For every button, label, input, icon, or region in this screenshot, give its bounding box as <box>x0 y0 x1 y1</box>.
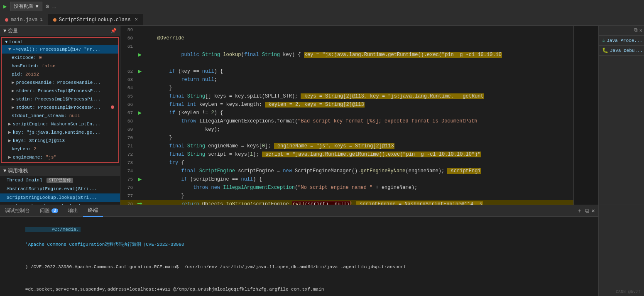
var-pid[interactable]: pid: 26152 <box>2 70 118 78</box>
debug-icon: 🐛 <box>602 47 608 54</box>
tab-script-lookup[interactable]: ScriptStringLookup.class × <box>48 14 143 25</box>
var-eval[interactable]: ▼->eval(): ProcessImpl@147 "Pr... <box>2 45 118 54</box>
line-content: if (key == null) { <box>144 67 573 76</box>
line-content: final String[] keys = key.split(SPLIT_ST… <box>144 92 573 100</box>
code-line-65: 65 final String[] keys = key.split(SPLIT… <box>120 92 573 100</box>
expand-icon: ▶ <box>8 138 11 143</box>
line-num: 73 <box>120 159 136 167</box>
java-debug-item[interactable]: 🐛 Java Debu... <box>599 46 644 56</box>
stack-thread-main[interactable]: Thread [main] STEP已暂停 <box>0 176 120 185</box>
line-arrow <box>136 159 144 167</box>
code-line-75: 75 ▶ if (scriptEngine == null) { <box>120 175 573 183</box>
more-icon[interactable]: … <box>52 3 56 10</box>
var-stdout[interactable]: ▶stdout: ProcessImpl$ProcessP... <box>2 103 118 112</box>
close-panel-icon[interactable]: ✕ <box>639 27 642 34</box>
run-icon[interactable]: ▶ <box>3 3 7 10</box>
var-hasexited[interactable]: hasExited: false <box>2 62 118 70</box>
output-label: 输出 <box>68 207 78 214</box>
line-content: final String script = keys[1]; script = … <box>144 150 573 159</box>
split-icon[interactable]: ⧉ <box>634 27 638 34</box>
pin-icon[interactable]: 📌 <box>110 28 117 34</box>
line-arrow <box>136 100 144 109</box>
var-keylen[interactable]: keyLen: 2 <box>2 145 118 153</box>
add-terminal-icon[interactable]: ＋ <box>577 207 583 215</box>
line-arrow: ▶ <box>136 42 144 67</box>
close-terminal-icon[interactable]: ✕ <box>592 207 595 214</box>
code-panel: 59 60 @Override 61 ▶ public String looku… <box>120 26 573 205</box>
line-num: 66 <box>120 100 136 109</box>
tab-close-icon[interactable]: × <box>135 17 138 23</box>
java-process-item[interactable]: ☕ Java Proce... <box>599 36 644 46</box>
minimap-canvas <box>574 26 598 205</box>
stack-title: 调用堆栈 <box>8 167 28 174</box>
var-enginename[interactable]: ▶engineName: "js" <box>2 153 118 161</box>
var-stdout-inner[interactable]: stdout_inner_stream: null <box>2 112 118 120</box>
minimap <box>573 26 598 205</box>
var-scriptengine[interactable]: ▶scriptEngine: NashornScriptEn... <box>2 120 118 128</box>
config-dropdown[interactable]: 没有配置 ▼ <box>10 2 42 11</box>
problems-label: 问题 <box>40 207 50 214</box>
bottom-right-panel: CSDN @bvzf <box>598 205 644 296</box>
code-line-78: 78 ⮕ return Objects.toString(scriptEngin… <box>120 200 573 205</box>
line-num: 62 <box>120 67 136 76</box>
line-content: final ScriptEngine scriptEngine = new Sc… <box>144 167 573 175</box>
code-line-76: 76 throw new IllegalArgumentException("N… <box>120 183 573 192</box>
tab-main-java[interactable]: main.java 1 <box>0 14 48 25</box>
var-keys[interactable]: ▶keys: String[2]@113 <box>2 137 118 145</box>
expand-icon: ▶ <box>8 130 11 135</box>
settings-icon[interactable]: ⚙ <box>46 3 49 10</box>
var-exitcode[interactable]: exitcode: 0 <box>2 54 118 62</box>
code-area[interactable]: 59 60 @Override 61 ▶ public String looku… <box>120 26 573 205</box>
terminal-area[interactable]: PC:/media. 'Apache Commons Configuration… <box>0 217 598 296</box>
tab-bar: main.java 1 ScriptStringLookup.class × <box>0 13 644 26</box>
line-content: } <box>144 84 573 92</box>
line-content: final String engineName = keys[0]; engin… <box>144 142 573 150</box>
split-terminal-icon[interactable]: ⧉ <box>585 208 589 214</box>
code-line-63: 63 return null; <box>120 76 573 84</box>
code-line-60: 60 @Override <box>120 34 573 42</box>
code-line-70: 70 } <box>120 134 573 142</box>
tab-dot-orange <box>53 18 56 22</box>
variables-tree: ▼ Local ▼->eval(): ProcessImpl@147 "Pr..… <box>1 37 119 163</box>
terminal-cmd-3: =dt_socket,server=n,suspend=y,address=lo… <box>25 287 324 292</box>
terminal-label: 终端 <box>88 207 98 214</box>
line-arrow: ▶ <box>136 109 144 117</box>
line-num: 71 <box>120 142 136 150</box>
bottom-tab-output[interactable]: 输出 <box>63 205 83 217</box>
bottom-tab-problems[interactable]: 问题 3 <box>35 205 63 217</box>
line-arrow <box>136 34 144 42</box>
line-arrow <box>136 142 144 150</box>
breakpoint-dot <box>111 105 114 109</box>
var-stdin[interactable]: ▶stdin: ProcessImpl$ProcessPi... <box>2 95 118 103</box>
line-arrow <box>136 183 144 192</box>
line-arrow <box>136 150 144 159</box>
line-num: 70 <box>120 134 136 142</box>
left-panel: ▼ 变量 📌 ▼ Local ▼->eval(): ProcessImpl@14… <box>0 26 120 205</box>
bottom-section: 调试控制台 问题 3 输出 终端 ＋ ⧉ ✕ PC:/media. <box>0 205 644 296</box>
code-line-62: 62 ▶ if (key == null) { <box>120 67 573 76</box>
bottom-tab-debug-console[interactable]: 调试控制台 <box>0 205 35 217</box>
stack-item-1[interactable]: AbstractScriptEngine.eval(Stri... <box>0 185 120 193</box>
line-arrow <box>136 167 144 175</box>
code-line-64: 64 } <box>120 84 573 92</box>
stack-item-2[interactable]: ScriptStringLookup.lookup(Stri... <box>0 193 120 202</box>
code-line-68: 68 throw IllegalArgumentExceptions.forma… <box>120 117 573 125</box>
line-arrow: ▶ <box>136 175 144 183</box>
var-processhandle[interactable]: ▶processHandle: ProcessHandle... <box>2 78 118 87</box>
line-content: final int keyLen = keys.length; keyLen =… <box>144 100 573 109</box>
line-content: return null; <box>144 76 573 84</box>
line-num: 65 <box>120 92 136 100</box>
config-label: 没有配置 <box>14 3 34 10</box>
line-num: 63 <box>120 76 136 84</box>
terminal-line-2: ) /CVE-2022-33980-Apache-Commons-Configu… <box>3 256 595 278</box>
tab-index: 1 <box>40 17 43 22</box>
line-num: 76 <box>120 183 136 192</box>
code-line-73: 73 try { <box>120 159 573 167</box>
line-arrow <box>136 84 144 92</box>
line-content: public String lookup(final String key) {… <box>144 42 573 67</box>
java-icon: ☕ <box>602 37 605 44</box>
var-stderr[interactable]: ▶stderr: ProcessImpl$ProcessP... <box>2 87 118 95</box>
code-line-67: 67 ▶ if (keyLen != 2) { <box>120 109 573 117</box>
bottom-tab-terminal[interactable]: 终端 <box>83 205 103 217</box>
var-key[interactable]: ▶key: "js:java.lang.Runtime.ge... <box>2 128 118 137</box>
